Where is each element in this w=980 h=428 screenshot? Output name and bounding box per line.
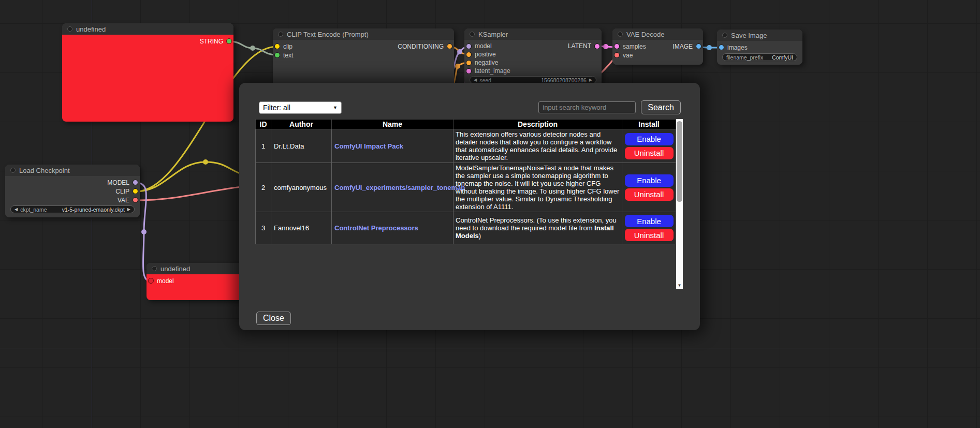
- ckpt-name-widget[interactable]: ◀ ckpt_name v1-5-pruned-emaonly.ckpt ▶: [10, 205, 135, 213]
- slot-dot-model-icon[interactable]: [466, 44, 471, 49]
- extension-author: Fannovel16: [271, 212, 332, 244]
- wire-midpoint-dot: [707, 45, 712, 50]
- input-slot-samples[interactable]: samples: [612, 42, 658, 51]
- slot-dot-latent-icon[interactable]: [595, 44, 599, 49]
- node-load-checkpoint[interactable]: Load Checkpoint MODEL CLIP VAE ◀ ckpt_na…: [5, 165, 140, 217]
- caret-down-icon: ▼: [333, 105, 338, 110]
- slot-dot-clip-icon[interactable]: [133, 189, 138, 194]
- table-header-row: ID Author Name Description Install: [256, 120, 676, 129]
- input-slot-latent-image[interactable]: latent_image: [464, 67, 602, 75]
- decrement-icon[interactable]: ◀: [14, 207, 18, 212]
- input-slot-negative[interactable]: negative: [464, 58, 602, 67]
- slot-dot-text-icon[interactable]: [275, 53, 280, 57]
- search-button[interactable]: Search: [641, 100, 681, 114]
- slot-dot-string-icon[interactable]: [227, 39, 231, 43]
- slot-label: VAE: [118, 197, 129, 204]
- slot-label: clip: [283, 43, 292, 50]
- input-slot-images[interactable]: images: [717, 43, 802, 52]
- slot-dot-vae-icon[interactable]: [133, 198, 138, 202]
- input-slot-positive[interactable]: positive: [464, 50, 602, 58]
- scroll-down-icon[interactable]: ▼: [676, 282, 683, 289]
- node-vae-decode[interactable]: VAE Decode samples IMAGE vae: [612, 28, 703, 65]
- node-title-bar[interactable]: Load Checkpoint: [5, 165, 140, 176]
- node-collapse-icon[interactable]: [618, 32, 623, 37]
- search-input[interactable]: [538, 101, 636, 113]
- output-slot-string[interactable]: STRING: [62, 37, 233, 46]
- output-slot-conditioning[interactable]: CONDITIONING: [363, 42, 454, 51]
- node-title-bar[interactable]: CLIP Text Encode (Prompt): [273, 28, 454, 40]
- slot-dot-clip-icon[interactable]: [275, 44, 280, 49]
- extension-author: Dr.Lt.Data: [271, 129, 332, 163]
- slot-label: MODEL: [107, 179, 129, 186]
- slot-dot-latent-icon[interactable]: [466, 69, 471, 73]
- uninstall-button[interactable]: Uninstall: [625, 229, 674, 241]
- extension-link[interactable]: ComfyUI Impact Pack: [334, 142, 403, 150]
- node-undefined-top[interactable]: undefined STRING: [62, 23, 233, 122]
- node-collapse-icon[interactable]: [470, 32, 475, 37]
- slot-label: vae: [623, 52, 633, 59]
- slot-label: positive: [475, 51, 496, 58]
- node-title-text: Load Checkpoint: [19, 167, 70, 174]
- node-collapse-icon[interactable]: [152, 266, 157, 271]
- increment-icon[interactable]: ▶: [127, 207, 130, 212]
- node-collapse-icon[interactable]: [10, 168, 16, 173]
- output-slot-image[interactable]: IMAGE: [658, 42, 704, 51]
- wire-midpoint-dot: [603, 44, 608, 49]
- slot-dot-latent-icon[interactable]: [615, 44, 619, 49]
- extensions-table-container: ID Author Name Description Install 1 Dr.…: [255, 119, 700, 289]
- slot-label: model: [157, 277, 174, 285]
- uninstall-button[interactable]: Uninstall: [625, 188, 674, 201]
- close-button[interactable]: Close: [256, 312, 291, 325]
- node-title-bar[interactable]: VAE Decode: [612, 28, 703, 40]
- input-slot-clip[interactable]: clip: [273, 42, 363, 51]
- slot-label: STRING: [200, 38, 223, 45]
- input-slot-vae[interactable]: vae: [612, 51, 703, 60]
- slot-dot-conditioning-icon[interactable]: [466, 61, 471, 65]
- dialog-toolbar: Filter: all ▼ Search: [259, 100, 681, 114]
- node-title-bar[interactable]: Save Image: [717, 29, 802, 41]
- uninstall-button[interactable]: Uninstall: [625, 147, 674, 159]
- slot-dot-conditioning-icon[interactable]: [447, 44, 452, 49]
- filter-dropdown[interactable]: Filter: all ▼: [259, 101, 342, 114]
- filename-prefix-widget[interactable]: filename_prefix ComfyUI: [722, 53, 797, 61]
- widget-label: seed: [479, 77, 491, 83]
- slot-dot-vae-icon[interactable]: [615, 53, 619, 57]
- node-title-bar[interactable]: KSampler: [464, 28, 602, 40]
- slot-dot-conditioning-icon[interactable]: [466, 52, 471, 57]
- table-scrollbar[interactable]: ▼: [676, 119, 683, 289]
- increment-icon[interactable]: ▶: [589, 78, 592, 82]
- extension-description: ControlNet Preprocessors. (To use this e…: [454, 212, 622, 244]
- output-slot-latent[interactable]: LATENT: [533, 42, 602, 50]
- slot-dot-model-icon[interactable]: [149, 278, 153, 283]
- widget-value: ComfyUI: [772, 54, 793, 61]
- enable-button[interactable]: Enable: [625, 215, 674, 227]
- extension-link[interactable]: ComfyUI_experiments/sampler_tonemap: [334, 184, 465, 191]
- input-slot-text[interactable]: text: [273, 51, 454, 60]
- slot-label: negative: [475, 59, 498, 66]
- decrement-icon[interactable]: ◀: [474, 78, 477, 82]
- header-name: Name: [332, 120, 454, 129]
- node-collapse-icon[interactable]: [278, 32, 283, 37]
- extension-row: 1 Dr.Lt.Data ComfyUI Impact Pack This ex…: [256, 129, 676, 163]
- slot-dot-image-icon[interactable]: [696, 44, 701, 49]
- node-collapse-icon[interactable]: [722, 33, 727, 38]
- node-graph-canvas[interactable]: undefined STRING CLIP Text Encode (Promp…: [0, 0, 980, 428]
- node-save-image[interactable]: Save Image images filename_prefix ComfyU…: [717, 29, 802, 65]
- enable-button[interactable]: Enable: [625, 133, 674, 145]
- output-slot-clip[interactable]: CLIP: [5, 187, 140, 196]
- output-slot-vae[interactable]: VAE: [5, 196, 140, 204]
- slot-label: LATENT: [568, 42, 591, 50]
- slot-dot-model-icon[interactable]: [133, 180, 138, 185]
- extensions-table: ID Author Name Description Install 1 Dr.…: [255, 119, 676, 244]
- extension-id: 3: [256, 212, 271, 244]
- extension-link[interactable]: ControlNet Preprocessors: [334, 224, 418, 232]
- slot-dot-image-icon[interactable]: [719, 45, 724, 50]
- input-slot-model[interactable]: model: [464, 42, 533, 50]
- enable-button[interactable]: Enable: [625, 174, 674, 187]
- output-slot-model[interactable]: MODEL: [5, 178, 140, 187]
- filter-value: Filter: all: [263, 104, 290, 112]
- node-title-bar[interactable]: undefined: [62, 23, 233, 35]
- slot-label: CONDITIONING: [398, 43, 444, 50]
- node-collapse-icon[interactable]: [67, 26, 72, 32]
- scrollbar-thumb[interactable]: [677, 121, 682, 202]
